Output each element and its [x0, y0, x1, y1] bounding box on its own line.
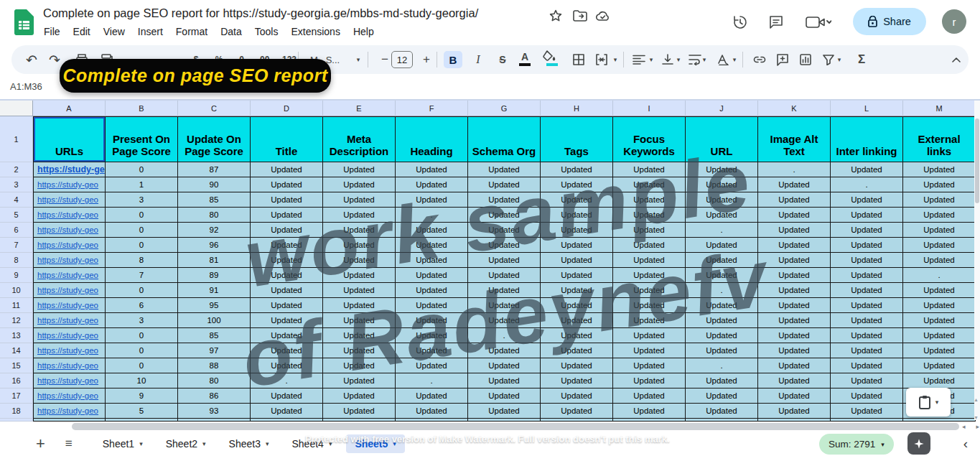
url-link[interactable]: https://study-geo	[37, 346, 98, 355]
cell-F16[interactable]: .	[396, 373, 468, 388]
row-header-4[interactable]: 4	[0, 192, 33, 208]
header-cell-H1[interactable]: Tags	[541, 116, 613, 162]
undo-button[interactable]: ↶	[22, 45, 42, 74]
text-color-button[interactable]: A	[515, 50, 534, 69]
insert-link-button[interactable]	[750, 45, 770, 74]
url-cell-A6[interactable]: https://study-geo	[33, 223, 106, 238]
cell-C2[interactable]: 87	[178, 162, 251, 177]
header-cell-E1[interactable]: Meta Description	[323, 116, 396, 162]
cell-K11[interactable]: Updated	[758, 298, 831, 313]
cell-K14[interactable]: Updated	[758, 343, 831, 358]
cell-H3[interactable]: Updated	[541, 177, 613, 192]
cell-L16[interactable]: Updated	[831, 373, 903, 388]
cell-E12[interactable]: Updated	[323, 313, 396, 328]
cell-E8[interactable]: Updated	[323, 253, 396, 268]
cell-E4[interactable]: Updated	[323, 192, 396, 208]
column-header-A[interactable]: A	[33, 101, 106, 116]
url-cell-A2[interactable]: https://study-ge	[33, 162, 106, 177]
cell-I15[interactable]: Updated	[613, 358, 686, 373]
cell-G14[interactable]: Updated	[468, 343, 541, 358]
cell-K9[interactable]: Updated	[758, 268, 831, 283]
move-folder-icon[interactable]	[573, 9, 587, 23]
cell-G2[interactable]: Updated	[468, 162, 541, 177]
hide-menus-button[interactable]	[946, 45, 966, 74]
cell-D2[interactable]: Updated	[251, 162, 323, 177]
cell-J4[interactable]: Updated	[686, 192, 758, 208]
cell-L2[interactable]: Updated	[831, 162, 903, 177]
cell-K12[interactable]: Updated	[758, 313, 831, 328]
cell-K13[interactable]: Updated	[758, 328, 831, 343]
cell-F3[interactable]: Updated	[396, 177, 468, 192]
cell-I3[interactable]: Updated	[613, 177, 686, 192]
cell-J3[interactable]: Updated	[686, 177, 758, 192]
row-header-8[interactable]: 8	[0, 253, 33, 268]
cell-I16[interactable]: Updated	[613, 373, 686, 388]
cell-B13[interactable]: 0	[106, 328, 178, 343]
cell-L8[interactable]: Updated	[831, 253, 903, 268]
row-header-18[interactable]: 18	[0, 404, 33, 419]
cell-J14[interactable]: Updated	[686, 343, 758, 358]
scroll-down-icon[interactable]: ▾	[974, 414, 977, 421]
url-cell-A4[interactable]: https://study-geo	[33, 192, 106, 208]
row-header-7[interactable]: 7	[0, 238, 33, 253]
cell-L4[interactable]: Updated	[831, 192, 903, 208]
header-cell-F1[interactable]: Heading	[396, 116, 468, 162]
column-header-I[interactable]: I	[613, 101, 686, 116]
cell-F5[interactable]: .	[396, 208, 468, 223]
cell-K6[interactable]: Updated	[758, 223, 831, 238]
cell-F8[interactable]: Updated	[396, 253, 468, 268]
menu-file[interactable]: File	[37, 24, 67, 39]
cell-F7[interactable]: Updated	[396, 238, 468, 253]
scroll-right-icon[interactable]: ▸	[976, 423, 979, 430]
cell-D7[interactable]: Updated	[251, 238, 323, 253]
cell-G9[interactable]: Updated	[468, 268, 541, 283]
cell-H4[interactable]: Updated	[541, 192, 613, 208]
cell-I2[interactable]: Updated	[613, 162, 686, 177]
cell-F15[interactable]: Updated	[396, 358, 468, 373]
cell-C12[interactable]: 100	[178, 313, 251, 328]
cell-E16[interactable]: Updated	[323, 373, 396, 388]
cell-C5[interactable]: 80	[178, 208, 251, 223]
cell-D5[interactable]: Updated	[251, 208, 323, 223]
url-link[interactable]: https://study-geo	[37, 316, 98, 325]
url-cell-A16[interactable]: https://study-geo	[33, 373, 106, 388]
cloud-status-icon[interactable]	[596, 9, 610, 23]
cell-B17[interactable]: 9	[106, 388, 178, 404]
cell-L11[interactable]: Updated	[831, 298, 903, 313]
cell-M7[interactable]: Updated	[903, 238, 976, 253]
sheet-tab-sheet1[interactable]: Sheet1▾	[94, 434, 151, 453]
cell-J2[interactable]: Updated	[686, 162, 758, 177]
horizontal-align-caret-icon[interactable]: ▾	[646, 45, 656, 74]
cell-H10[interactable]: Updated	[541, 283, 613, 298]
header-cell-M1[interactable]: External links	[903, 116, 976, 162]
sum-indicator[interactable]: Sum: 2791 ▾	[819, 434, 894, 455]
cell-D13[interactable]: Updated	[251, 328, 323, 343]
header-cell-G1[interactable]: Schema Org	[468, 116, 541, 162]
cell-C4[interactable]: 85	[178, 192, 251, 208]
cell-C16[interactable]: 80	[178, 373, 251, 388]
header-cell-A1[interactable]: URLs	[33, 116, 106, 162]
cell-M3[interactable]: Updated	[903, 177, 976, 192]
cell-B16[interactable]: 10	[106, 373, 178, 388]
cell-I5[interactable]: Updated	[613, 208, 686, 223]
cell-K17[interactable]: Updated	[758, 388, 831, 404]
header-cell-C1[interactable]: Update On Page Score	[178, 116, 251, 162]
vertical-scroll-arrows[interactable]: ▴▾	[972, 396, 980, 421]
cell-B18[interactable]: 5	[106, 404, 178, 419]
column-header-B[interactable]: B	[106, 101, 178, 116]
column-header-K[interactable]: K	[758, 101, 831, 116]
cell-L9[interactable]: Updated	[831, 268, 903, 283]
vertical-align-caret-icon[interactable]: ▾	[673, 45, 683, 74]
cell-C18[interactable]: 93	[178, 404, 251, 419]
menu-format[interactable]: Format	[169, 24, 214, 39]
cell-I6[interactable]: Updated	[613, 223, 686, 238]
gemini-button[interactable]	[907, 432, 930, 455]
cell-I9[interactable]: Updated	[613, 268, 686, 283]
cell-B8[interactable]: 8	[106, 253, 178, 268]
cell-D4[interactable]: Updated	[251, 192, 323, 208]
cell-J12[interactable]: Updated	[686, 313, 758, 328]
cell-C11[interactable]: 95	[178, 298, 251, 313]
cell-M14[interactable]: Updated	[903, 343, 976, 358]
cell-J6[interactable]: .	[686, 223, 758, 238]
cell-H15[interactable]: Updated	[541, 358, 613, 373]
